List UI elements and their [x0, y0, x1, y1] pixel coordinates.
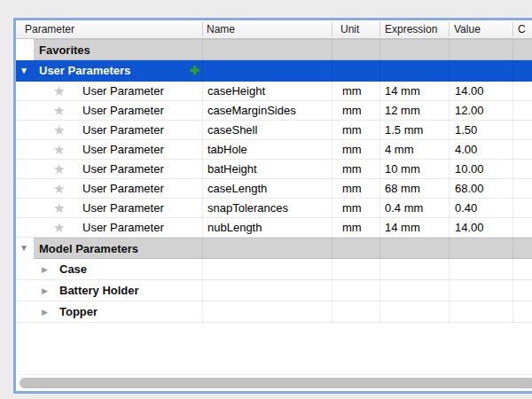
column-divider[interactable] [379, 22, 380, 36]
value-cell: 4.00 [455, 140, 477, 160]
user-parameter-row[interactable]: ★ User Parameter caseMarginSides mm 12 m… [16, 101, 532, 121]
model-parameters-label: Model Parameters [39, 242, 138, 255]
model-group-label: Topper [59, 301, 98, 323]
user-parameter-row[interactable]: ★ User Parameter caseLength mm 68 mm 68.… [16, 179, 532, 199]
value-cell: 1.50 [455, 121, 477, 140]
unit-cell: mm [342, 160, 362, 179]
expression-cell[interactable]: 10 mm [385, 160, 420, 179]
favorite-star-icon[interactable]: ★ [53, 82, 65, 101]
parameter-type-cell: User Parameter [82, 140, 164, 160]
model-parameters-band: Model Parameters [34, 238, 532, 259]
value-cell: 0.40 [455, 199, 477, 218]
favorites-label: Favorites [39, 43, 90, 57]
unit-cell: mm [342, 140, 362, 160]
unit-cell: mm [342, 82, 362, 101]
favorite-star-icon[interactable]: ★ [53, 218, 65, 238]
table-header: Parameter Name Unit Expression Value C [16, 20, 532, 39]
unit-cell: mm [342, 199, 362, 218]
expression-cell[interactable]: 14 mm [385, 82, 420, 101]
group-row-favorites[interactable]: Favorites [16, 39, 532, 60]
favorite-star-icon[interactable]: ★ [53, 199, 65, 218]
expression-cell[interactable]: 1.5 mm [385, 121, 423, 140]
name-cell[interactable]: nubLength [207, 218, 262, 238]
column-header-comments[interactable]: C [518, 20, 526, 38]
favorite-star-icon[interactable]: ★ [53, 101, 65, 121]
value-cell: 14.00 [455, 218, 484, 238]
column-header-parameter[interactable]: Parameter [25, 20, 74, 38]
name-cell[interactable]: caseHeight [207, 82, 265, 101]
value-cell: 68.00 [455, 179, 484, 199]
user-parameter-row[interactable]: ★ User Parameter tabHole mm 4 mm 4.00 [16, 140, 532, 160]
parameter-type-cell: User Parameter [82, 179, 164, 199]
column-header-value[interactable]: Value [454, 20, 481, 38]
name-cell[interactable]: caseLength [207, 179, 267, 199]
table-body: Favorites ▼ User Parameters ✚ ★ User Par… [16, 39, 532, 323]
column-divider[interactable] [449, 22, 450, 36]
user-parameter-row[interactable]: ★ User Parameter caseHeight mm 14 mm 14.… [16, 82, 532, 101]
model-group-row[interactable]: ▶ Battery Holder [16, 280, 532, 301]
parameter-type-cell: User Parameter [82, 82, 164, 101]
parameter-type-cell: User Parameter [82, 101, 164, 121]
scrollbar-thumb[interactable] [20, 378, 532, 388]
column-divider[interactable] [202, 22, 203, 36]
expression-cell[interactable]: 14 mm [385, 218, 420, 238]
parameter-type-cell: User Parameter [82, 218, 164, 238]
expression-cell[interactable]: 68 mm [385, 179, 420, 199]
user-parameter-row[interactable]: ★ User Parameter snapTolerances mm 0.4 m… [16, 199, 532, 218]
parameters-table-panel: Parameter Name Unit Expression Value C F… [13, 18, 532, 394]
user-parameters-label: User Parameters [39, 60, 130, 82]
value-cell: 14.00 [455, 82, 484, 101]
parameter-type-cell: User Parameter [82, 199, 164, 218]
favorite-star-icon[interactable]: ★ [53, 160, 65, 179]
column-header-name[interactable]: Name [207, 20, 235, 38]
name-cell[interactable]: caseShell [207, 121, 257, 140]
collapsed-triangle-icon[interactable]: ▶ [42, 301, 48, 323]
value-cell: 10.00 [455, 160, 484, 179]
name-cell[interactable]: caseMarginSides [207, 101, 296, 121]
column-divider[interactable] [332, 22, 332, 36]
name-cell[interactable]: tabHole [207, 140, 247, 160]
user-parameter-row[interactable]: ★ User Parameter batHeight mm 10 mm 10.0… [16, 160, 532, 179]
user-parameter-row[interactable]: ★ User Parameter nubLength mm 14 mm 14.0… [16, 218, 532, 238]
favorite-star-icon[interactable]: ★ [53, 140, 65, 160]
favorites-band: Favorites [34, 39, 532, 60]
model-group-label: Battery Holder [59, 280, 139, 301]
name-cell[interactable]: batHeight [207, 160, 257, 179]
group-row-user-parameters[interactable]: ▼ User Parameters ✚ [16, 60, 532, 82]
expanded-triangle-icon[interactable]: ▼ [20, 60, 28, 82]
unit-cell: mm [342, 179, 362, 199]
favorite-star-icon[interactable]: ★ [53, 179, 65, 199]
value-cell: 12.00 [455, 101, 484, 121]
parameter-type-cell: User Parameter [82, 121, 164, 140]
unit-cell: mm [342, 101, 362, 121]
disclosure-column [16, 39, 34, 60]
group-row-model-parameters[interactable]: ▼ Model Parameters [16, 238, 532, 259]
expanded-triangle-icon[interactable]: ▼ [20, 238, 28, 259]
model-group-row[interactable]: ▶ Case [16, 259, 532, 280]
parameter-type-cell: User Parameter [82, 160, 164, 179]
add-parameter-icon[interactable]: ✚ [190, 60, 211, 82]
model-parameter-subrows: ▶ Case ▶ Battery Holder ▶ Topper [16, 259, 532, 323]
collapsed-triangle-icon[interactable]: ▶ [42, 280, 48, 301]
column-header-expression[interactable]: Expression [385, 20, 437, 38]
model-group-label: Case [59, 259, 87, 280]
expression-cell[interactable]: 12 mm [385, 101, 420, 121]
favorite-star-icon[interactable]: ★ [53, 121, 65, 140]
unit-cell: mm [342, 121, 362, 140]
expression-cell[interactable]: 4 mm [385, 140, 414, 160]
column-divider[interactable] [512, 22, 513, 36]
name-cell[interactable]: snapTolerances [207, 199, 288, 218]
column-header-unit[interactable]: Unit [340, 20, 359, 38]
expression-cell[interactable]: 0.4 mm [385, 199, 423, 218]
user-parameter-row[interactable]: ★ User Parameter caseShell mm 1.5 mm 1.5… [16, 121, 532, 140]
model-group-row[interactable]: ▶ Topper [16, 301, 532, 323]
unit-cell: mm [342, 218, 362, 238]
horizontal-scrollbar[interactable] [16, 374, 532, 391]
user-parameter-rows: ★ User Parameter caseHeight mm 14 mm 14.… [16, 82, 532, 238]
collapsed-triangle-icon[interactable]: ▶ [42, 259, 48, 280]
disclosure-column: ▼ [16, 238, 34, 259]
